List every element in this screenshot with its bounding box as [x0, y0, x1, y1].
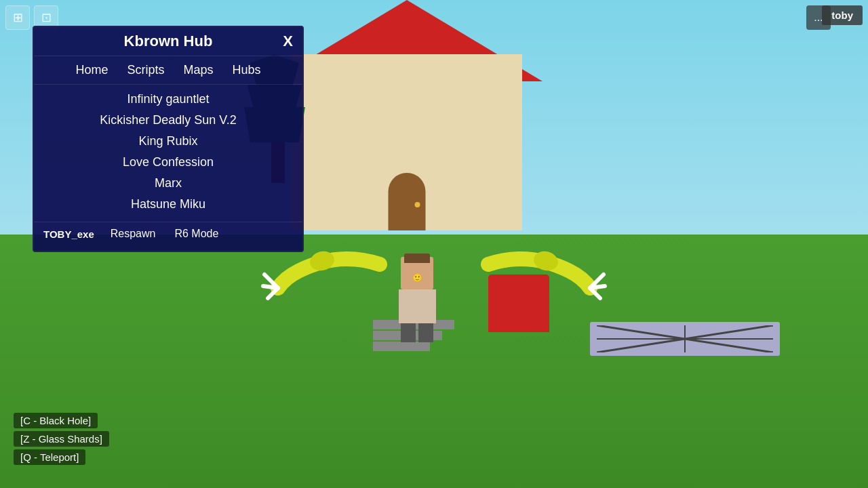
- list-item-love-confession[interactable]: Love Confession: [34, 152, 302, 173]
- nav-home[interactable]: Home: [73, 62, 111, 79]
- menu-list: Infinity gauntlet Kickisher Deadly Sun V…: [34, 85, 302, 219]
- keybinds: [C - Black Hole] [Z - Glass Shards] [Q -…: [14, 413, 109, 468]
- respawn-button[interactable]: Respawn: [108, 226, 159, 241]
- list-item-marx[interactable]: Marx: [34, 173, 302, 194]
- menu-footer: TOBY_exe Respawn R6 Mode: [34, 222, 302, 245]
- nav-maps[interactable]: Maps: [180, 62, 216, 79]
- r6mode-button[interactable]: R6 Mode: [172, 226, 221, 241]
- house-door-knob: [415, 202, 420, 207]
- username-display: toby: [831, 9, 853, 21]
- house: [271, 0, 542, 230]
- list-item-infinity-gauntlet[interactable]: Infinity gauntlet: [34, 89, 302, 110]
- menu-panel: Kbrown Hub X Home Scripts Maps Hubs Infi…: [33, 26, 304, 252]
- menu-close-button[interactable]: X: [283, 33, 293, 50]
- menu-nav: Home Scripts Maps Hubs: [34, 56, 302, 85]
- keybind-c: [C - Black Hole]: [14, 413, 98, 428]
- nav-hubs[interactable]: Hubs: [230, 62, 264, 79]
- user-badge: toby: [822, 5, 863, 25]
- grid-icon: ⊡: [41, 10, 52, 25]
- menu-title: Kbrown Hub: [124, 33, 213, 50]
- keybind-q: [Q - Teleport]: [14, 449, 85, 465]
- home-icon-button[interactable]: ⊞: [5, 5, 30, 30]
- house-body: [292, 54, 522, 230]
- list-item-king-rubix[interactable]: King Rubix: [34, 131, 302, 152]
- footer-username: TOBY_exe: [43, 228, 94, 240]
- home-icon: ⊞: [13, 10, 23, 25]
- menu-title-bar: Kbrown Hub X: [34, 27, 302, 56]
- list-item-hatsune-miku[interactable]: Hatsune Miku: [34, 194, 302, 215]
- nav-scripts[interactable]: Scripts: [124, 62, 167, 79]
- keybind-z: [Z - Glass Shards]: [14, 431, 109, 447]
- list-item-kickisher[interactable]: Kickisher Deadly Sun V.2: [34, 110, 302, 131]
